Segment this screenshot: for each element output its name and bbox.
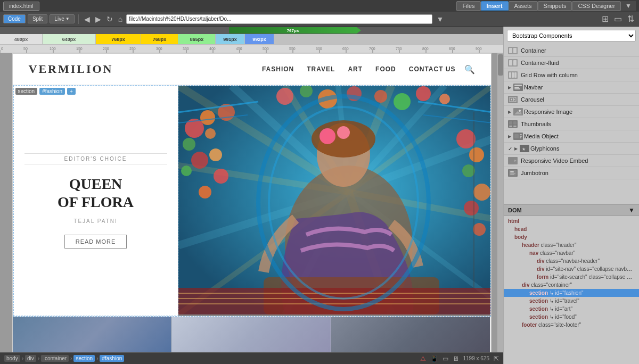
component-jumbotron[interactable]: Jumbotron xyxy=(504,167,639,179)
tab-css-designer[interactable]: CSS Designer xyxy=(572,1,621,11)
nav-fashion[interactable]: FASHION xyxy=(262,65,294,73)
code-button[interactable]: Code xyxy=(3,14,26,23)
scrollbar-thumb[interactable] xyxy=(498,54,503,76)
component-container[interactable]: Container xyxy=(504,45,639,57)
svg-rect-114 xyxy=(513,126,517,127)
svg-text:300: 300 xyxy=(156,47,162,51)
dom-node-section-food[interactable]: section ↳ id="food" xyxy=(504,313,639,321)
url-bar[interactable] xyxy=(126,14,432,24)
nav-contact[interactable]: CONTACT US xyxy=(409,65,456,73)
glyphicons-expand: ▶ xyxy=(514,146,518,151)
back-icon[interactable]: ◀ xyxy=(83,15,92,23)
component-glyphicons[interactable]: ✓ ▶ ★ Glyphicons xyxy=(504,143,639,155)
nav-food[interactable]: FOOD xyxy=(375,65,396,73)
svg-point-81 xyxy=(320,128,335,144)
svg-text:350: 350 xyxy=(183,47,189,51)
tab-insert[interactable]: Insert xyxy=(481,1,509,11)
breadcrumb-container[interactable]: .container xyxy=(41,355,69,362)
editors-choice-label: EDITOR'S CHOICE xyxy=(24,153,167,164)
tab-snippets[interactable]: Snippets xyxy=(538,1,572,11)
bp-992: 992px xyxy=(245,34,274,44)
dom-node-footer[interactable]: footer class="site-footer" xyxy=(504,321,639,329)
bootstrap-components-dropdown[interactable]: Bootstrap Components xyxy=(507,30,636,42)
component-container-fluid[interactable]: Container-fluid xyxy=(504,57,639,69)
split-button[interactable]: Split xyxy=(28,14,47,23)
home-icon[interactable]: ⌂ xyxy=(117,15,124,23)
breakpoint-arrow: 767px xyxy=(229,27,357,34)
bp-480: 480px xyxy=(0,34,43,44)
svg-rect-112 xyxy=(513,121,517,125)
canvas-scrollbar[interactable] xyxy=(497,53,503,352)
svg-text:850: 850 xyxy=(449,47,455,51)
svg-point-77 xyxy=(473,223,486,236)
svg-text:450: 450 xyxy=(236,47,242,51)
component-responsive-image[interactable]: ▶ Responsive Image xyxy=(504,106,639,118)
svg-rect-100 xyxy=(512,72,514,78)
nav-travel[interactable]: TRAVEL xyxy=(307,65,335,73)
mobile-icon[interactable]: 📱 xyxy=(430,355,438,362)
breakpoint-segments-row: 480px 640px 768px 768px 865px 991px 992p… xyxy=(0,34,503,45)
dom-node-body[interactable]: body xyxy=(504,233,639,241)
tab-files[interactable]: Files xyxy=(456,1,480,11)
ruler-svg: /* ruler ticks rendered inline */ 0 50 1… xyxy=(0,45,495,53)
svg-rect-117 xyxy=(520,136,522,137)
dropdown-icon[interactable]: ▼ xyxy=(435,15,445,23)
component-grid-row[interactable]: Grid Row with column xyxy=(504,69,639,81)
bp-rest xyxy=(274,34,503,44)
breadcrumb-div[interactable]: div xyxy=(25,355,36,362)
toolbar-separator xyxy=(78,14,79,24)
dom-node-html[interactable]: html xyxy=(504,217,639,225)
dom-collapse-icon[interactable]: ▼ xyxy=(628,206,635,214)
forward-icon[interactable]: ▶ xyxy=(94,15,103,23)
refresh-icon[interactable]: ↻ xyxy=(105,15,114,23)
dom-node-site-nav[interactable]: div id="site-nav" class="collapse navbar… xyxy=(504,265,639,273)
website-preview: VERMILION FASHION TRAVEL ART FOOD CONTAC… xyxy=(12,53,491,352)
desktop-icon[interactable]: 🖥 xyxy=(453,355,459,362)
canvas-panel: 767px 480px 640px 768px 768px 865px 991p… xyxy=(0,27,503,364)
badge-add-button[interactable]: + xyxy=(67,88,76,95)
nav-art[interactable]: ART xyxy=(348,65,363,73)
breadcrumb-section[interactable]: section xyxy=(73,355,95,362)
svg-point-62 xyxy=(214,169,228,184)
component-media-object[interactable]: ▶ Media Object xyxy=(504,130,639,143)
resize-icon[interactable]: ⇱ xyxy=(494,355,499,362)
svg-point-56 xyxy=(183,138,195,151)
dom-title: DOM xyxy=(508,207,522,213)
dom-panel: DOM ▼ html head body header class="heade… xyxy=(504,204,639,364)
component-carousel[interactable]: Carousel xyxy=(504,94,639,106)
dom-node-section-travel[interactable]: section ↳ id="travel" xyxy=(504,297,639,305)
tablet-icon[interactable]: ▭ xyxy=(443,355,448,362)
file-tab-index[interactable]: index.html xyxy=(3,2,39,11)
component-responsive-video[interactable]: Responsive Video Embed xyxy=(504,155,639,167)
component-navbar[interactable]: ▶ Navbar xyxy=(504,81,639,94)
dom-node-container[interactable]: div class="container" xyxy=(504,281,639,289)
dom-node-header[interactable]: header class="header" xyxy=(504,241,639,249)
dom-node-nav[interactable]: nav class="navbar" xyxy=(504,249,639,257)
svg-text:★: ★ xyxy=(522,147,526,151)
article-author: TEJAL PATNI xyxy=(73,218,117,224)
dom-node-navbar-header[interactable]: div class="navbar-header" xyxy=(504,257,639,265)
dom-node-site-search[interactable]: form id="site-search" class="collapse si… xyxy=(504,273,639,281)
filter-icon[interactable]: ▼ xyxy=(621,1,636,11)
svg-text:200: 200 xyxy=(103,47,109,51)
dom-node-section-art[interactable]: section ↳ id="art" xyxy=(504,305,639,313)
component-thumbnails[interactable]: Thumbnails xyxy=(504,118,639,130)
read-more-button[interactable]: READ MORE xyxy=(64,235,127,249)
breadcrumb-fashion[interactable]: #fashion xyxy=(100,355,124,362)
navbar-icon xyxy=(513,84,523,91)
error-icon: ⚠ xyxy=(420,355,426,362)
inspect-icon[interactable]: ⇅ xyxy=(626,14,636,24)
dom-node-section-fashion[interactable]: section ↳ id="fashion" xyxy=(504,289,639,297)
svg-rect-96 xyxy=(513,48,517,53)
media-object-label: Media Object xyxy=(524,133,559,139)
viewport-icon[interactable]: ⊞ xyxy=(600,14,610,24)
dom-node-head[interactable]: head xyxy=(504,225,639,233)
breadcrumb-body[interactable]: body xyxy=(4,355,20,362)
tab-assets[interactable]: Assets xyxy=(509,1,538,11)
search-icon[interactable]: 🔍 xyxy=(464,64,475,75)
multiscreen-icon[interactable]: ▭ xyxy=(612,14,624,24)
live-button[interactable]: Live▼ xyxy=(50,14,74,23)
thumbnails-label: Thumbnails xyxy=(521,121,551,127)
svg-rect-102 xyxy=(514,85,522,86)
main-toolbar: Code Split Live▼ ◀ ▶ ↻ ⌂ ▼ ⊞ ▭ ⇅ xyxy=(0,12,639,27)
